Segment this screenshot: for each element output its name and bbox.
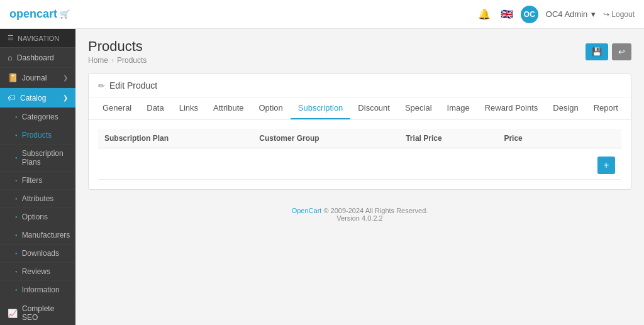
col-customer-group: Customer Group (253, 129, 399, 148)
col-subscription-plan: Subscription Plan (98, 129, 253, 148)
sidebar-sub-products[interactable]: ● Products (0, 126, 75, 145)
bullet-icon: ● (15, 215, 18, 219)
catalog-icon: 🏷 (8, 93, 16, 102)
sidebar-label-journal: Journal (22, 74, 47, 82)
bullet-icon: ● (15, 156, 18, 160)
add-subscription-button[interactable]: + (597, 157, 615, 174)
sidebar-label-catalog: Catalog (20, 94, 46, 102)
logo: opencart 🛒 (9, 8, 70, 21)
bullet-icon: ● (15, 133, 18, 137)
sidebar-sub-categories[interactable]: ● Categories (0, 108, 75, 126)
bullet-icon: ● (15, 270, 18, 273)
navbar-right: 🔔 🇬🇧 OC OC4 Admin ▾ ↪ Logout (475, 6, 635, 23)
sidebar-item-journal[interactable]: 📔 Journal ❯ (0, 68, 75, 88)
page-actions: 💾 ↩ (586, 43, 631, 60)
edit-product-card: ✏ Edit Product General Data Links Attrib… (88, 74, 631, 190)
sidebar: ☰ NAVIGATION ⌂ Dashboard 📔 Journal ❯ 🏷 C… (0, 29, 75, 325)
sidebar-item-complete-seo[interactable]: 📈 Complete SEO (0, 299, 75, 325)
footer-version: Version 4.0.2.2 (96, 214, 624, 222)
tab-design[interactable]: Design (545, 97, 586, 119)
content-area: Products Home › Products 💾 ↩ ✏ Edit (75, 29, 644, 325)
back-icon: ↩ (618, 47, 625, 57)
sub-label-products: Products (22, 131, 52, 140)
card-header-label: Edit Product (109, 80, 157, 91)
sidebar-item-catalog[interactable]: 🏷 Catalog ❯ (0, 88, 75, 108)
main-layout: ☰ NAVIGATION ⌂ Dashboard 📔 Journal ❯ 🏷 C… (0, 29, 644, 325)
card-header: ✏ Edit Product (89, 74, 631, 97)
sub-label-filters: Filters (22, 176, 43, 185)
subscription-table: Subscription Plan Customer Group Trial P… (98, 129, 621, 180)
bullet-icon: ● (15, 288, 18, 292)
save-icon: 💾 (592, 47, 602, 57)
sidebar-sub-information[interactable]: ● Information (0, 281, 75, 299)
col-actions (560, 129, 621, 148)
tab-image[interactable]: Image (440, 97, 477, 119)
sidebar-sub-filters[interactable]: ● Filters (0, 172, 75, 190)
col-trial-price: Trial Price (399, 129, 497, 148)
sub-label-categories: Categories (22, 113, 58, 121)
table-header-row: Subscription Plan Customer Group Trial P… (98, 129, 621, 148)
sub-label-information: Information (22, 285, 60, 294)
save-button[interactable]: 💾 (586, 43, 608, 60)
bullet-icon: ● (15, 179, 18, 182)
journal-arrow-icon: ❯ (63, 74, 68, 81)
page-title: Products (88, 38, 147, 55)
tab-special[interactable]: Special (397, 97, 440, 119)
tab-subscription[interactable]: Subscription (291, 97, 351, 119)
sidebar-label-dashboard: Dashboard (17, 53, 54, 62)
footer-copyright: © 2009-2024 All Rights Reserved. (323, 207, 428, 214)
sidebar-label-complete-seo: Complete SEO (22, 304, 68, 322)
sidebar-sub-subscription-plans[interactable]: ● Subscription Plans (0, 145, 75, 172)
seo-icon: 📈 (8, 309, 18, 318)
table-row-empty: + (98, 148, 621, 180)
sub-label-attributes: Attributes (22, 194, 54, 203)
nav-header: ☰ NAVIGATION (0, 29, 75, 48)
bell-button[interactable]: 🔔 (475, 6, 493, 23)
navbar-left: opencart 🛒 (9, 8, 70, 21)
top-navbar: opencart 🛒 🔔 🇬🇧 OC OC4 Admin ▾ ↪ Logout (0, 0, 644, 29)
tab-links[interactable]: Links (172, 97, 206, 119)
tab-attribute[interactable]: Attribute (206, 97, 251, 119)
bullet-icon: ● (15, 197, 18, 201)
dropdown-arrow-icon: ▾ (591, 9, 596, 19)
col-price: Price (497, 129, 560, 148)
sidebar-item-dashboard[interactable]: ⌂ Dashboard (0, 48, 75, 68)
logout-icon: ↪ (603, 10, 609, 19)
catalog-arrow-icon: ❯ (63, 94, 68, 101)
sub-label-options: Options (22, 212, 48, 221)
user-dropdown[interactable]: OC4 Admin ▾ (546, 9, 596, 19)
sidebar-sub-reviews[interactable]: ● Reviews (0, 263, 75, 281)
sidebar-sub-attributes[interactable]: ● Attributes (0, 190, 75, 208)
sub-label-manufacturers: Manufacturers (22, 231, 70, 240)
flag-icon: 🇬🇧 (501, 8, 513, 20)
tab-discount[interactable]: Discount (350, 97, 397, 119)
sidebar-sub-downloads[interactable]: ● Downloads (0, 245, 75, 263)
user-name: OC4 Admin (546, 9, 587, 19)
avatar: OC (521, 6, 538, 23)
logout-label: Logout (611, 10, 635, 19)
opencart-link[interactable]: OpenCart (292, 207, 322, 214)
pencil-icon: ✏ (98, 81, 105, 91)
tab-data[interactable]: Data (139, 97, 171, 119)
nav-header-icon: ☰ (8, 34, 14, 42)
page-title-section: Products Home › Products (88, 38, 147, 65)
sidebar-sub-manufacturers[interactable]: ● Manufacturers (0, 226, 75, 245)
tab-reward-points[interactable]: Reward Points (477, 97, 546, 119)
sub-label-downloads: Downloads (22, 249, 59, 258)
subscription-table-section: Subscription Plan Customer Group Trial P… (89, 119, 631, 189)
logout-button[interactable]: ↪ Logout (603, 10, 635, 19)
tab-option[interactable]: Option (252, 97, 291, 119)
footer: OpenCart © 2009-2024 All Rights Reserved… (88, 199, 631, 229)
breadcrumb-current: Products (117, 56, 147, 65)
tab-general[interactable]: General (95, 97, 139, 119)
sidebar-sub-options[interactable]: ● Options (0, 208, 75, 226)
breadcrumb: Home › Products (88, 56, 147, 65)
tab-report[interactable]: Report (586, 97, 626, 119)
back-button[interactable]: ↩ (612, 43, 631, 60)
bullet-icon: ● (15, 233, 18, 237)
footer-line1: OpenCart © 2009-2024 All Rights Reserved… (96, 207, 624, 214)
breadcrumb-home[interactable]: Home (88, 56, 108, 65)
page-header: Products Home › Products 💾 ↩ (88, 38, 631, 65)
nav-header-label: NAVIGATION (18, 35, 59, 42)
tabs-bar: General Data Links Attribute Option Subs… (89, 97, 631, 119)
